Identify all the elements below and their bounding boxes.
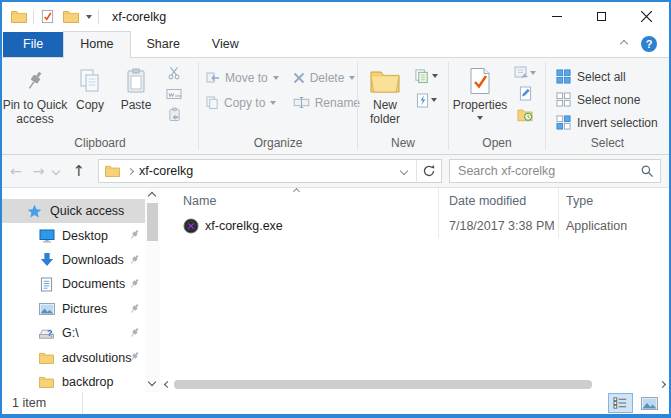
- copy-icon: [78, 63, 102, 99]
- new-item-icon: [415, 69, 430, 84]
- properties-label: Properties: [453, 99, 508, 113]
- sidebar-item-desktop[interactable]: Desktop: [2, 223, 145, 247]
- ribbon-group-select: Select all Select none Invert selection …: [546, 58, 669, 154]
- copy-path-button[interactable]: [160, 83, 188, 104]
- paste-shortcut-button[interactable]: [160, 104, 188, 125]
- copy-button[interactable]: Copy: [68, 58, 112, 136]
- file-row[interactable]: xf-corelkg.exe 7/18/2017 3:38 PM Applica…: [160, 214, 669, 238]
- address-bar[interactable]: xf-corelkg: [98, 159, 442, 183]
- quick-access-star-icon: [26, 204, 43, 219]
- select-all-button[interactable]: Select all: [556, 65, 669, 88]
- delete-x-icon: [293, 72, 305, 84]
- move-to-button[interactable]: Move to: [199, 65, 286, 90]
- large-icons-view-button[interactable]: [637, 393, 662, 413]
- recent-locations-dropdown-icon[interactable]: [52, 167, 60, 175]
- minimize-icon: [552, 16, 562, 17]
- select-all-icon: [556, 69, 571, 84]
- delete-label: Delete: [310, 71, 345, 85]
- sidebar-item-downloads[interactable]: Downloads: [2, 248, 145, 272]
- breadcrumb-folder[interactable]: xf-corelkg: [139, 164, 193, 178]
- qat-new-folder-icon[interactable]: [63, 10, 79, 23]
- copy-path-icon: [166, 88, 182, 100]
- column-headers: Name Date modified Type: [160, 188, 669, 214]
- details-view-button[interactable]: [608, 393, 633, 413]
- search-input[interactable]: [456, 163, 640, 179]
- select-group-label: Select: [546, 136, 669, 154]
- maximize-button[interactable]: [579, 2, 624, 31]
- column-header-date-modified[interactable]: Date modified: [438, 188, 558, 214]
- scroll-up-icon[interactable]: [148, 192, 156, 200]
- status-bar: 1 item: [2, 392, 669, 414]
- open-icon: [514, 66, 528, 79]
- pin-to-quick-access-button[interactable]: Pin to Quick access: [2, 58, 68, 136]
- folder-icon: [38, 352, 55, 364]
- cut-button[interactable]: [160, 62, 188, 83]
- search-box[interactable]: [449, 159, 661, 183]
- move-to-dropdown-icon: [273, 76, 279, 80]
- exe-file-icon: [183, 218, 199, 234]
- sidebar-scrollbar[interactable]: [145, 188, 160, 392]
- paste-button[interactable]: Paste: [112, 58, 160, 136]
- easy-access-button[interactable]: [412, 88, 440, 112]
- sidebar-item-drive-g[interactable]: ? G:\: [2, 321, 145, 345]
- organize-group-label: Organize: [199, 136, 357, 154]
- rename-button[interactable]: Rename: [286, 90, 367, 115]
- open-button[interactable]: [511, 62, 539, 83]
- up-button[interactable]: ↑: [72, 164, 85, 179]
- scroll-down-icon[interactable]: [148, 378, 156, 386]
- select-none-button[interactable]: Select none: [556, 88, 669, 111]
- copy-to-button[interactable]: Copy to: [199, 90, 286, 115]
- pin-icon: [129, 254, 140, 265]
- sidebar-item-backdrop[interactable]: backdrop: [2, 370, 145, 394]
- status-separator: [82, 392, 83, 414]
- address-dropdown-icon[interactable]: [400, 167, 408, 175]
- tab-home[interactable]: Home: [63, 31, 130, 58]
- sidebar-item-label: Documents: [62, 277, 125, 291]
- breadcrumb-chevron-icon[interactable]: [127, 167, 134, 174]
- back-button[interactable]: ←: [10, 164, 22, 178]
- app-folder-icon: [11, 10, 27, 23]
- help-button[interactable]: ?: [641, 36, 657, 52]
- qat-separator: [33, 10, 34, 24]
- history-button[interactable]: [511, 104, 539, 125]
- address-folder-icon: [105, 165, 120, 177]
- move-to-icon: [206, 72, 220, 84]
- close-button[interactable]: [624, 2, 669, 31]
- details-view-icon: [613, 397, 628, 409]
- open-group-label: Open: [449, 136, 545, 154]
- scrollbar-thumb[interactable]: [147, 203, 158, 241]
- properties-button[interactable]: Properties: [449, 58, 511, 136]
- qat-customize-dropdown-icon[interactable]: [86, 15, 92, 19]
- forward-button[interactable]: →: [33, 164, 45, 178]
- sidebar-item-label: Quick access: [50, 204, 124, 218]
- tab-share[interactable]: Share: [131, 32, 196, 57]
- minimize-ribbon-icon[interactable]: [620, 40, 628, 48]
- select-none-icon: [556, 92, 571, 107]
- easy-access-dropdown-icon: [431, 98, 437, 102]
- invert-selection-button[interactable]: Invert selection: [556, 111, 669, 134]
- refresh-button[interactable]: [417, 160, 441, 182]
- title-bar: xf-corelkg: [2, 2, 669, 31]
- scroll-left-icon[interactable]: [164, 381, 171, 388]
- tab-view[interactable]: View: [196, 32, 255, 57]
- search-icon[interactable]: [640, 164, 654, 178]
- horizontal-scrollbar[interactable]: [160, 377, 669, 392]
- qat-properties-icon[interactable]: [40, 9, 55, 24]
- edit-button[interactable]: [511, 83, 539, 104]
- sidebar-item-advsolutions[interactable]: advsolutions: [2, 345, 145, 369]
- minimize-button[interactable]: [534, 2, 579, 31]
- scrollbar-thumb[interactable]: [174, 380, 592, 389]
- column-header-type[interactable]: Type: [558, 188, 669, 214]
- sidebar-item-pictures[interactable]: Pictures: [2, 297, 145, 321]
- sidebar-item-label: Desktop: [62, 229, 108, 243]
- sidebar-item-quick-access[interactable]: Quick access: [2, 199, 145, 223]
- documents-icon: [38, 277, 55, 292]
- delete-button[interactable]: Delete: [286, 65, 367, 90]
- tab-file[interactable]: File: [3, 32, 63, 57]
- new-item-button[interactable]: [412, 64, 440, 88]
- item-count: 1 item: [12, 396, 46, 410]
- new-folder-button[interactable]: New folder: [358, 58, 412, 136]
- disconnected-drive-icon: ?: [38, 327, 55, 340]
- sidebar-item-documents[interactable]: Documents: [2, 272, 145, 296]
- scroll-right-icon[interactable]: [659, 381, 666, 388]
